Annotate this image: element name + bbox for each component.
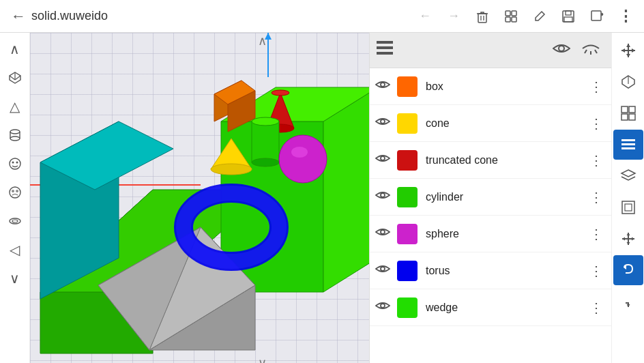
svg-point-66 [381, 230, 385, 234]
transform-icon[interactable] [613, 35, 643, 66]
object-more-button[interactable]: ⋮ [587, 226, 606, 242]
delete-button[interactable] [469, 3, 495, 29]
panel-eye-open-icon[interactable] [553, 42, 570, 59]
move-up-icon[interactable]: ∧ [1, 35, 29, 63]
visibility-eye-icon[interactable] [375, 263, 390, 278]
svg-point-67 [381, 267, 385, 271]
color-swatch [397, 150, 418, 171]
svg-rect-10 [564, 17, 572, 22]
object-more-button[interactable]: ⋮ [587, 189, 606, 205]
cube-tool-icon[interactable] [1, 64, 29, 91]
edit-button[interactable] [527, 3, 553, 29]
svg-line-14 [15, 76, 20, 80]
cone-tool-icon[interactable]: △ [1, 93, 29, 120]
object-name-label: cone [426, 117, 587, 130]
wireframe-icon[interactable] [613, 67, 643, 97]
svg-rect-84 [622, 201, 634, 214]
svg-marker-74 [632, 48, 635, 53]
svg-point-26 [12, 220, 18, 222]
topbar: ← solid.wuweido ← → ⋮ [0, 0, 644, 33]
scroll-down-icon[interactable]: ∨ [1, 265, 29, 292]
frame-icon[interactable] [613, 192, 643, 222]
svg-marker-94 [626, 304, 630, 307]
svg-point-64 [381, 156, 385, 160]
svg-marker-83 [621, 170, 635, 177]
redo-button[interactable]: → [441, 3, 467, 29]
grid-icon[interactable] [613, 98, 643, 128]
color-swatch [397, 76, 418, 97]
svg-rect-7 [512, 17, 516, 22]
panel-eye-closed-icon[interactable] [581, 41, 600, 60]
svg-point-19 [10, 158, 20, 169]
svg-rect-79 [629, 114, 635, 120]
list-item: cone⋮ [370, 105, 611, 142]
object-more-button[interactable]: ⋮ [587, 263, 606, 279]
svg-rect-57 [377, 52, 393, 55]
svg-point-20 [12, 162, 14, 164]
settings-tool-icon[interactable] [1, 179, 29, 206]
svg-rect-80 [621, 139, 635, 141]
svg-rect-82 [621, 147, 635, 149]
svg-point-50 [291, 147, 308, 158]
svg-point-23 [12, 190, 13, 192]
svg-point-42 [211, 164, 252, 175]
svg-rect-77 [629, 106, 635, 113]
group-button[interactable] [498, 3, 524, 29]
visibility-eye-icon[interactable] [375, 79, 390, 93]
object-name-label: torus [426, 265, 587, 277]
svg-point-44 [272, 90, 289, 96]
left-sidebar: ∧ △ ◁ ∨ [0, 33, 30, 363]
object-list: box⋮cone⋮truncated cone⋮cylinder⋮sphere⋮… [370, 68, 611, 363]
shapes-svg: ∧ ∨ [30, 33, 369, 363]
list-item: wedge⋮ [370, 289, 611, 326]
cylinder-tool-icon[interactable] [1, 121, 29, 149]
list-item: box⋮ [370, 68, 611, 105]
svg-marker-73 [621, 48, 625, 53]
svg-text:∧: ∧ [258, 34, 267, 48]
object-more-button[interactable]: ⋮ [587, 78, 606, 95]
visibility-eye-icon[interactable] [375, 300, 390, 315]
svg-point-15 [10, 130, 20, 134]
svg-line-61 [595, 50, 597, 53]
svg-rect-46 [252, 121, 279, 162]
more-menu-button[interactable]: ⋮ [613, 3, 639, 29]
face-tool-icon[interactable] [1, 150, 29, 177]
object-name-label: truncated cone [426, 154, 587, 166]
svg-rect-78 [621, 114, 628, 120]
right-panel: box⋮cone⋮truncated cone⋮cylinder⋮sphere⋮… [369, 33, 611, 363]
right-sidebar [611, 33, 644, 363]
object-more-button[interactable]: ⋮ [587, 152, 606, 169]
save-as-button[interactable] [584, 3, 610, 29]
object-more-button[interactable]: ⋮ [587, 115, 606, 132]
svg-marker-72 [626, 54, 630, 57]
save-button[interactable] [555, 3, 581, 29]
svg-rect-6 [506, 17, 510, 22]
canvas-area[interactable]: ∧ ∨ [30, 33, 369, 363]
list-panel-icon[interactable] [613, 130, 643, 160]
list-item: torus⋮ [370, 252, 611, 289]
redo-icon[interactable] [613, 287, 643, 317]
undo-icon[interactable] [613, 255, 643, 285]
back-button[interactable]: ← [5, 5, 31, 28]
color-swatch [397, 187, 418, 207]
svg-point-21 [16, 162, 18, 164]
svg-marker-89 [626, 242, 630, 245]
svg-rect-81 [621, 143, 635, 145]
svg-rect-76 [621, 106, 628, 113]
wedge-tool-icon[interactable]: ◁ [1, 236, 29, 263]
object-name-label: box [426, 81, 587, 93]
svg-marker-32 [323, 87, 369, 292]
visibility-eye-icon[interactable] [375, 190, 390, 204]
visibility-eye-icon[interactable] [375, 116, 390, 130]
undo-button[interactable]: ← [412, 3, 438, 29]
svg-point-65 [381, 193, 385, 197]
svg-rect-56 [377, 46, 393, 49]
layers-icon[interactable] [613, 161, 643, 191]
panel-list-icon [375, 38, 394, 62]
torus-tool-icon[interactable] [1, 207, 29, 235]
svg-rect-11 [591, 11, 601, 20]
move-icon[interactable] [613, 224, 643, 254]
visibility-eye-icon[interactable] [375, 153, 390, 167]
visibility-eye-icon[interactable] [375, 227, 390, 241]
object-more-button[interactable]: ⋮ [587, 300, 606, 316]
